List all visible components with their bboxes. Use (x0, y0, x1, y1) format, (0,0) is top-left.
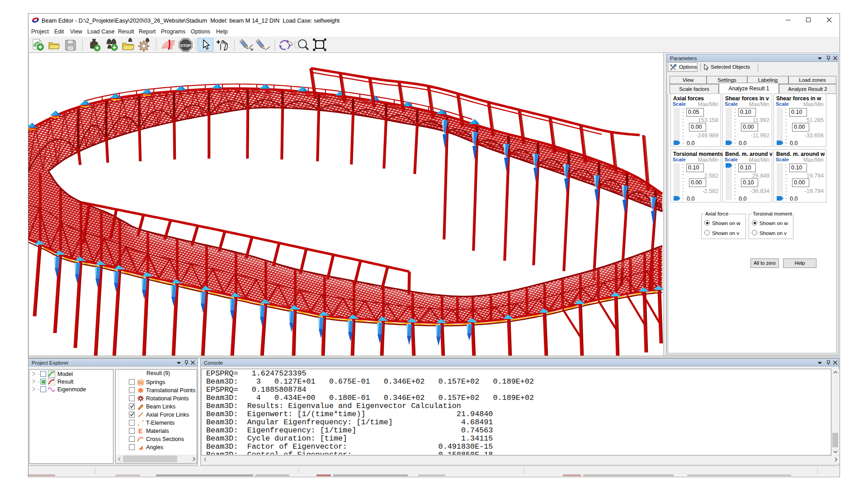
svg-text:E: E (138, 427, 142, 435)
svg-text:STOP: STOP (180, 43, 191, 48)
